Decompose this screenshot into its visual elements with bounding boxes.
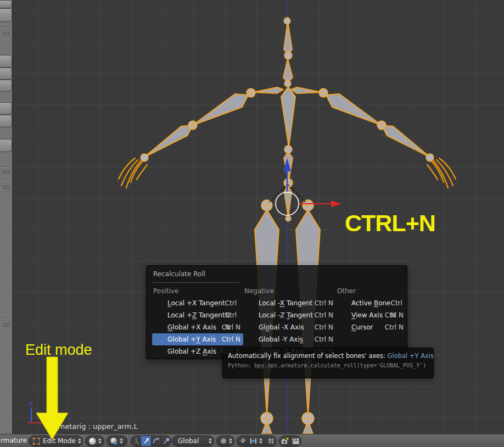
snap-toggle-button[interactable]	[237, 436, 248, 446]
menu-item-shortcut: Ctrl N	[222, 321, 243, 333]
bone-head	[284, 21, 292, 55]
render-animation-button[interactable]	[290, 436, 301, 446]
menu-item-label: View Axis	[351, 309, 385, 321]
rotate-manipulator-icon	[152, 437, 160, 445]
manipulator-axes-icon	[132, 437, 140, 445]
shelf-separator	[1, 26, 10, 27]
panel-grip[interactable]	[3, 323, 10, 327]
menu-column-header: Other	[336, 287, 406, 297]
panel-grip[interactable]	[3, 170, 10, 174]
bone-pelvis	[284, 185, 292, 217]
menu-item-shortcut: Ctrl N	[225, 309, 243, 321]
manipulator-toggle-button[interactable]	[131, 436, 141, 446]
recalculate-roll-menu: Recalculate Roll PositiveLocal +X Tangen…	[146, 265, 407, 359]
menu-item-label: Local +X Tangent	[167, 297, 225, 309]
menu-item-global-x-axis[interactable]: Global +X AxisCtrl N	[152, 321, 243, 333]
menu-column-header: Positive	[152, 287, 243, 297]
tool-shelf-button[interactable]	[0, 139, 12, 152]
viewport-shading-selector[interactable]	[85, 435, 104, 446]
menu-item-shortcut: Ctrl N	[315, 309, 336, 321]
bone-clavicle-left	[253, 87, 283, 93]
proportional-editing-icon	[220, 437, 227, 445]
snap-element-selector[interactable]	[248, 436, 266, 446]
orientation-selector[interactable]: Global	[172, 435, 214, 446]
pivot-point-selector[interactable]	[107, 435, 127, 446]
render-still-icon	[281, 437, 289, 445]
tooltip-description: Automatically fix alignment of select bo…	[228, 352, 385, 360]
tool-shelf-button[interactable]	[0, 115, 12, 127]
menu-item-cursor[interactable]: CursorCtrl N	[336, 321, 406, 333]
shelf-separator	[1, 317, 10, 319]
panel-grip[interactable]	[3, 185, 10, 189]
chevron-up-down-icon	[257, 438, 264, 444]
menu-item-label: Active Bone	[351, 297, 391, 309]
tool-shelf-button[interactable]	[0, 8, 12, 22]
manipulator-x-arrowhead	[331, 200, 341, 207]
snap-magnet-icon	[239, 437, 247, 445]
bone-forearm-right	[382, 125, 430, 157]
menu-column-header: Negative	[243, 287, 336, 297]
mode-selector[interactable]: Edit Mode	[29, 435, 83, 446]
menu-title: Recalculate Roll	[153, 270, 205, 278]
viewport-header: rmature Edit Mode	[0, 434, 504, 447]
tool-shelf	[0, 0, 13, 434]
menu-item-local-z-tangent[interactable]: Local +Z TangentCtrl N	[152, 309, 243, 321]
menu-item-label: Global +Y Axis	[167, 333, 222, 345]
scale-manipulator-icon	[162, 437, 170, 445]
rotate-manipulator-button[interactable]	[152, 436, 161, 446]
menu-item-shortcut: Ctrl N	[315, 333, 336, 345]
menu-item-shortcut: Ctrl N	[222, 333, 243, 345]
menu-item-global-y-axis[interactable]: Global +Y AxisCtrl N	[152, 333, 243, 345]
active-bone-info: 1) metarig : upper_arm.L	[48, 422, 138, 431]
render-still-button[interactable]	[279, 436, 290, 446]
scale-manipulator-button[interactable]	[161, 436, 171, 446]
menu-item-label: Cursor	[351, 321, 385, 333]
menu-item-global-y-axis[interactable]: Global -Y AxisCtrl N	[243, 333, 336, 345]
operator-tooltip: Automatically fix alignment of select bo…	[222, 348, 434, 378]
menu-separator	[152, 282, 239, 283]
chevron-up-down-icon	[97, 438, 103, 444]
menu-item-label: Global +X Axis	[167, 321, 222, 333]
menu-item-shortcut: Ctrl N	[385, 309, 406, 321]
menu-item-global-x-axis[interactable]: Global -X AxisCtrl N	[243, 321, 336, 333]
tool-shelf-button[interactable]	[0, 68, 12, 80]
menu-item-shortcut: Ctrl N	[225, 297, 243, 309]
mode-selector-value: Edit Mode	[40, 437, 77, 445]
menu-item-local-z-tangent[interactable]: Local -Z TangentCtrl N	[243, 309, 336, 321]
translate-manipulator-icon	[142, 437, 150, 445]
chevron-up-down-icon	[227, 438, 234, 444]
shelf-separator	[1, 166, 10, 167]
menu-item-local-x-tangent[interactable]: Local +X TangentCtrl N	[152, 297, 243, 309]
blender-window: 1) metarig : upper_arm.L Recalculate Rol…	[0, 0, 504, 447]
manipulator-buttons	[131, 435, 171, 446]
snap-target-icon	[267, 437, 275, 445]
menu-item-local-x-tangent[interactable]: Local -X TangentCtrl N	[243, 297, 336, 309]
armature-menu[interactable]: rmature	[1, 437, 27, 444]
tooltip-value: Global +Y Axis	[388, 352, 434, 360]
chevron-up-down-icon	[207, 438, 214, 444]
snap-element-icon	[249, 437, 257, 445]
menu-columns: PositiveLocal +X TangentCtrl NLocal +Z T…	[152, 287, 406, 357]
menu-item-shortcut: Ctrl N	[315, 297, 336, 309]
menu-item-label: Global -Y Axis	[259, 333, 315, 345]
shelf-separator	[1, 179, 10, 180]
tool-shelf-button[interactable]	[0, 55, 12, 68]
edit-mode-icon	[32, 437, 40, 445]
proportional-editing-selector[interactable]	[216, 435, 234, 446]
menu-item-label: Global -X Axis	[259, 321, 315, 333]
translate-manipulator-button[interactable]	[141, 436, 151, 446]
tool-shelf-button[interactable]	[0, 0, 12, 8]
panel-grip[interactable]	[3, 31, 10, 35]
bone-upper-arm-right	[326, 94, 382, 125]
menu-item-active-bone[interactable]: Active BoneCtrl N	[336, 297, 406, 309]
tool-shelf-button[interactable]	[0, 80, 12, 92]
bone-upper-arm-left	[193, 94, 248, 125]
snap-target-button[interactable]	[266, 436, 276, 446]
menu-item-shortcut: Ctrl N	[391, 297, 406, 309]
tool-shelf-button[interactable]	[0, 102, 12, 115]
menu-item-label: Local +Z Tangent	[167, 309, 225, 321]
bone-clavicle-right	[291, 87, 321, 93]
menu-item-view-axis[interactable]: View AxisCtrl N	[336, 309, 406, 321]
bone-forearm-left	[144, 125, 193, 157]
tooltip-python-hint: Python: bpy.ops.armature.calculate_roll(…	[228, 362, 428, 368]
